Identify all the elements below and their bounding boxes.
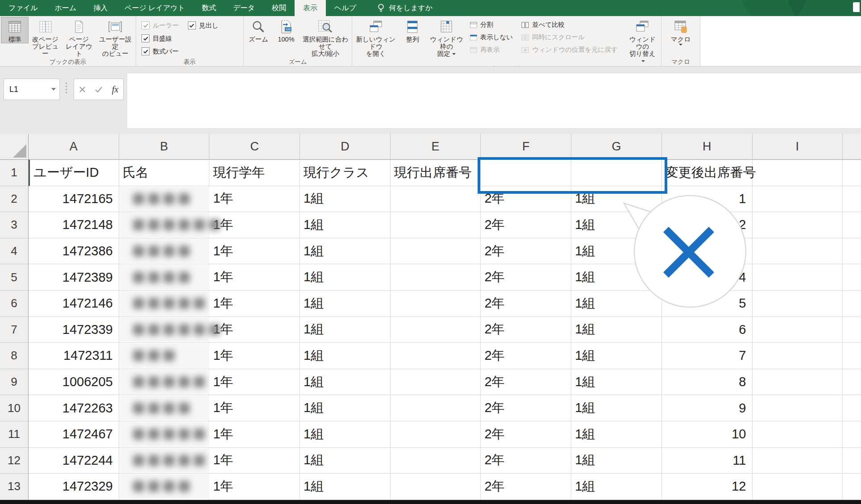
cell-new-grade[interactable]: 2年: [481, 474, 571, 500]
cell-current-grade[interactable]: 1年: [209, 448, 300, 474]
cell-current-class[interactable]: 1組: [300, 317, 391, 343]
cell-current-class[interactable]: 1組: [300, 186, 391, 212]
insert-function-icon[interactable]: fx: [112, 84, 118, 95]
cell-empty[interactable]: [753, 448, 843, 474]
tab-formulas[interactable]: 数式: [193, 0, 225, 16]
zoom-100-button[interactable]: 100 100%: [272, 17, 300, 43]
cell-empty[interactable]: [753, 160, 843, 186]
cell-empty[interactable]: [753, 264, 843, 291]
cell-new-grade[interactable]: 2年: [481, 317, 571, 343]
cell-current-number[interactable]: [391, 421, 481, 448]
cell-current-class[interactable]: 1組: [300, 369, 391, 396]
cell-user-id[interactable]: 1472329: [29, 474, 119, 500]
cell-name-redacted[interactable]: [119, 317, 210, 343]
cell-new-class[interactable]: 1組: [571, 317, 662, 343]
cell-empty[interactable]: [753, 395, 843, 421]
cell-current-class[interactable]: 1組: [300, 395, 391, 421]
cell-current-number[interactable]: [391, 212, 481, 238]
cell-current-number[interactable]: [391, 369, 481, 396]
cell-name-redacted[interactable]: [119, 238, 210, 265]
cell-current-number[interactable]: [391, 317, 481, 343]
cell-user-id[interactable]: 1006205: [29, 369, 119, 396]
row-header[interactable]: 4: [0, 238, 29, 265]
cell-name-redacted[interactable]: [119, 395, 210, 421]
cell-current-number[interactable]: [391, 343, 481, 369]
cell-current-grade[interactable]: 1年: [209, 291, 300, 317]
cell-current-number[interactable]: [391, 186, 481, 212]
row-header[interactable]: 8: [0, 343, 29, 369]
gridlines-checkbox[interactable]: 目盛線: [141, 33, 179, 43]
cell-current-class-header[interactable]: 現行クラス: [300, 160, 391, 186]
cell-user-id[interactable]: 1472467: [29, 421, 119, 448]
cell-name-redacted[interactable]: [119, 369, 210, 396]
cell-current-class[interactable]: 1組: [300, 474, 391, 500]
cell-new-number[interactable]: 9: [662, 395, 753, 421]
page-layout-view-button[interactable]: ページ レイアウト: [62, 17, 96, 57]
cell-name-redacted[interactable]: [119, 291, 210, 317]
cell-user-id[interactable]: 1472339: [29, 317, 119, 343]
cancel-icon[interactable]: [79, 86, 86, 93]
cell-current-grade[interactable]: 1年: [209, 343, 300, 369]
cell-user-id[interactable]: 1472263: [29, 395, 119, 421]
cell-current-number[interactable]: [391, 395, 481, 421]
row-header[interactable]: 12: [0, 448, 29, 474]
cell-current-number[interactable]: [391, 474, 481, 500]
cell-user-id[interactable]: 1472146: [29, 291, 119, 317]
tab-insert[interactable]: 挿入: [85, 0, 116, 16]
cell-current-grade[interactable]: 1年: [209, 212, 300, 238]
split-button[interactable]: 分割: [470, 20, 513, 30]
tab-file[interactable]: ファイル: [0, 0, 46, 16]
cell-new-grade[interactable]: 2年: [481, 369, 571, 396]
tell-me-box[interactable]: 何をしますか: [371, 0, 439, 16]
cell-current-grade[interactable]: 1年: [209, 317, 300, 343]
cell-new-number[interactable]: 10: [662, 421, 753, 448]
zoom-button[interactable]: ズーム: [245, 17, 272, 43]
cell-empty[interactable]: [753, 474, 843, 500]
normal-view-button[interactable]: 標準: [1, 17, 29, 43]
cell-current-grade[interactable]: 1年: [209, 421, 300, 448]
select-all-corner[interactable]: [0, 134, 29, 160]
cell-current-class[interactable]: 1組: [300, 212, 391, 238]
cell-current-class[interactable]: 1組: [300, 291, 391, 317]
cell-new-number[interactable]: 11: [662, 448, 753, 474]
enter-check-icon[interactable]: [95, 87, 102, 92]
headings-checkbox[interactable]: 見出し: [188, 21, 219, 30]
cell-user-id-header[interactable]: ユーザーID: [29, 160, 119, 186]
column-header-G[interactable]: G: [571, 134, 662, 160]
cell-empty[interactable]: [753, 291, 843, 317]
custom-views-button[interactable]: ユーザー設定 のビュー: [96, 17, 135, 57]
cell-new-number[interactable]: 12: [662, 474, 753, 500]
formula-input[interactable]: [127, 73, 861, 129]
cell-current-class[interactable]: 1組: [300, 448, 391, 474]
cell-current-grade[interactable]: 1年: [209, 238, 300, 265]
new-window-button[interactable]: 新しいウィンドウ を開く: [353, 17, 399, 57]
cell-user-id[interactable]: 1472389: [29, 264, 119, 291]
cell-current-grade[interactable]: 1年: [209, 474, 300, 500]
cell-name-redacted[interactable]: [119, 212, 210, 238]
cell-name-redacted[interactable]: [119, 343, 210, 369]
cell-new-class[interactable]: 1組: [571, 421, 662, 448]
row-header[interactable]: 6: [0, 291, 29, 317]
cell-current-grade[interactable]: 1年: [209, 395, 300, 421]
cell-new-class[interactable]: 1組: [571, 369, 662, 396]
page-break-preview-button[interactable]: 改ページ プレビュー: [29, 17, 62, 57]
cell-new-number[interactable]: 7: [662, 343, 753, 369]
cell-user-id[interactable]: 1472148: [29, 212, 119, 238]
column-header-E[interactable]: E: [391, 134, 481, 160]
cell-current-grade-header[interactable]: 現行学年: [209, 160, 300, 186]
row-header[interactable]: 11: [0, 421, 29, 448]
cell-current-class[interactable]: 1組: [300, 421, 391, 448]
freeze-panes-button[interactable]: ウィンドウ枠の 固定: [426, 17, 467, 57]
cell-new-number[interactable]: 8: [662, 369, 753, 396]
cell-empty[interactable]: [753, 421, 843, 448]
cell-new-grade[interactable]: 2年: [481, 343, 571, 369]
cell-empty[interactable]: [753, 186, 843, 212]
switch-windows-button[interactable]: ウィンドウの 切り替え: [625, 17, 660, 64]
cell-new-class[interactable]: 1組: [571, 448, 662, 474]
column-header-A[interactable]: A: [29, 134, 119, 160]
cell-empty[interactable]: [753, 369, 843, 396]
cell-new-class[interactable]: 1組: [571, 343, 662, 369]
column-header-D[interactable]: D: [300, 134, 391, 160]
tab-help[interactable]: ヘルプ: [326, 0, 365, 16]
row-header[interactable]: 7: [0, 317, 29, 343]
